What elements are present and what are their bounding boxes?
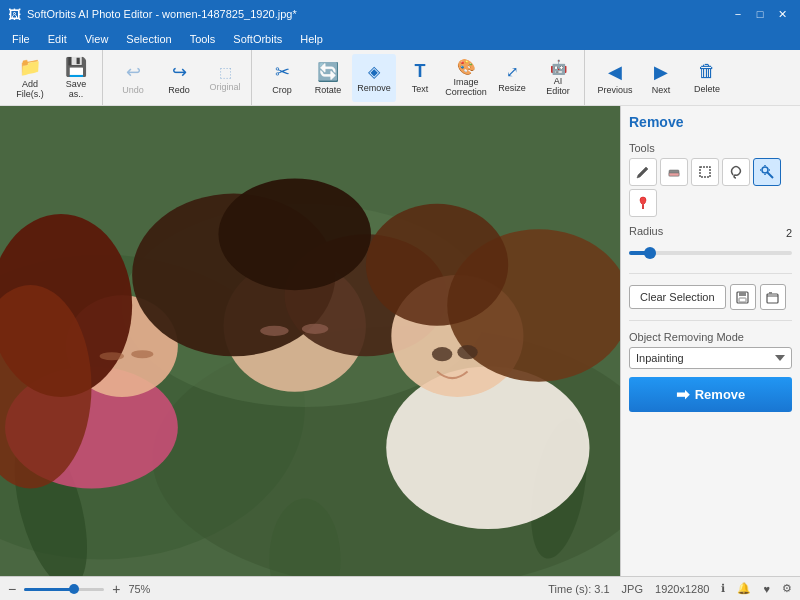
zoom-slider-container[interactable] <box>24 584 104 594</box>
maximize-button[interactable]: □ <box>750 4 770 24</box>
toolbar-group-history: ↩ Undo ↪ Redo ⬚ Original <box>107 50 252 105</box>
resize-icon: ⤢ <box>506 63 519 81</box>
add-files-button[interactable]: 📁 AddFile(s.) <box>8 54 52 102</box>
menu-help[interactable]: Help <box>292 31 331 47</box>
radius-section: Radius 2 <box>629 225 792 263</box>
info-icon[interactable]: ℹ <box>721 582 725 595</box>
rotate-button[interactable]: 🔄 Rotate <box>306 54 350 102</box>
eraser-icon <box>667 165 681 179</box>
status-left: − + 75% <box>8 581 150 597</box>
radius-value: 2 <box>786 227 792 239</box>
undo-icon: ↩ <box>126 61 141 83</box>
previous-button[interactable]: ◀ Previous <box>593 54 637 102</box>
menu-edit[interactable]: Edit <box>40 31 75 47</box>
text-button[interactable]: T Text <box>398 54 442 102</box>
menu-view[interactable]: View <box>77 31 117 47</box>
svg-rect-37 <box>739 298 746 302</box>
magic-wand-icon <box>760 165 774 179</box>
svg-point-12 <box>131 350 153 358</box>
load-selection-icon <box>766 291 779 304</box>
mode-dropdown[interactable]: Inpainting Smart Fill Clone Stamp <box>629 347 792 369</box>
save-selection-icon <box>736 291 749 304</box>
text-icon: T <box>415 61 426 82</box>
eraser-tool-button[interactable] <box>660 158 688 186</box>
svg-point-17 <box>260 326 288 336</box>
remove-action-button[interactable]: ➡ Remove <box>629 377 792 412</box>
undo-button[interactable]: ↩ Undo <box>111 54 155 102</box>
image-correction-button[interactable]: 🎨 ImageCorrection <box>444 54 488 102</box>
toolbar-group-navigate: ◀ Previous ▶ Next 🗑 Delete <box>589 50 733 105</box>
save-as-icon: 💾 <box>65 56 87 78</box>
slider-track <box>629 251 792 255</box>
next-button[interactable]: ▶ Next <box>639 54 683 102</box>
previous-icon: ◀ <box>608 61 622 83</box>
svg-point-16 <box>219 178 371 290</box>
resize-label: Resize <box>498 83 526 93</box>
zoom-out-button[interactable]: − <box>8 581 16 597</box>
zoom-in-button[interactable]: + <box>112 581 120 597</box>
next-label: Next <box>652 85 671 95</box>
radius-slider-container[interactable] <box>629 243 792 263</box>
delete-label: Delete <box>694 84 720 94</box>
svg-point-24 <box>457 345 477 359</box>
original-button[interactable]: ⬚ Original <box>203 54 247 102</box>
minimize-button[interactable]: − <box>728 4 748 24</box>
notification-icon[interactable]: 🔔 <box>737 582 751 595</box>
redo-button[interactable]: ↪ Redo <box>157 54 201 102</box>
crop-button[interactable]: ✂ Crop <box>260 54 304 102</box>
app-icon: 🖼 <box>8 7 21 22</box>
remove-button[interactable]: ◈ Remove <box>352 54 396 102</box>
menu-file[interactable]: File <box>4 31 38 47</box>
previous-label: Previous <box>597 85 632 95</box>
object-removing-mode-label: Object Removing Mode <box>629 331 792 343</box>
rect-select-tool-button[interactable] <box>691 158 719 186</box>
lasso-tool-button[interactable] <box>722 158 750 186</box>
clear-selection-button[interactable]: Clear Selection <box>629 285 726 309</box>
svg-point-19 <box>386 366 589 529</box>
time-info: Time (s): 3.1 <box>548 583 609 595</box>
save-as-button[interactable]: 💾 Saveas.. <box>54 54 98 102</box>
redo-label: Redo <box>168 85 190 95</box>
crop-label: Crop <box>272 85 292 95</box>
window-title: SoftOrbits AI Photo Editor - women-14878… <box>27 8 297 20</box>
dimensions-info: 1920x1280 <box>655 583 709 595</box>
resize-button[interactable]: ⤢ Resize <box>490 54 534 102</box>
ai-editor-button[interactable]: 🤖 AIEditor <box>536 54 580 102</box>
tools-section: Tools <box>629 142 792 217</box>
rotate-label: Rotate <box>315 85 342 95</box>
save-selection-button[interactable] <box>730 284 756 310</box>
save-as-label: Saveas.. <box>66 80 87 100</box>
divider-1 <box>629 273 792 274</box>
menu-bar: File Edit View Selection Tools SoftOrbit… <box>0 28 800 50</box>
svg-point-29 <box>762 167 768 173</box>
redo-icon: ↪ <box>172 61 187 83</box>
menu-selection[interactable]: Selection <box>118 31 179 47</box>
svg-point-22 <box>366 204 508 326</box>
load-selection-button[interactable] <box>760 284 786 310</box>
close-button[interactable]: ✕ <box>772 4 792 24</box>
zoom-value: 75% <box>128 583 150 595</box>
svg-point-18 <box>302 324 328 334</box>
settings-icon[interactable]: ⚙ <box>782 582 792 595</box>
remove-icon: ◈ <box>368 62 380 81</box>
heart-icon[interactable]: ♥ <box>763 583 770 595</box>
crop-icon: ✂ <box>275 61 290 83</box>
slider-thumb[interactable] <box>644 247 656 259</box>
ai-editor-icon: 🤖 <box>550 59 567 75</box>
delete-button[interactable]: 🗑 Delete <box>685 54 729 102</box>
image-correction-icon: 🎨 <box>457 58 476 76</box>
menu-tools[interactable]: Tools <box>182 31 224 47</box>
toolbar: 📁 AddFile(s.) 💾 Saveas.. ↩ Undo ↪ Redo ⬚… <box>0 50 800 106</box>
magic-wand-tool-button[interactable] <box>753 158 781 186</box>
svg-rect-27 <box>700 167 710 177</box>
mode-section: Object Removing Mode Inpainting Smart Fi… <box>629 331 792 369</box>
pencil-tool-button[interactable] <box>629 158 657 186</box>
canvas-area[interactable] <box>0 106 620 576</box>
tools-row <box>629 158 792 217</box>
pin-tool-button[interactable] <box>629 189 657 217</box>
zoom-slider-track[interactable] <box>24 584 104 594</box>
svg-rect-40 <box>24 588 74 591</box>
menu-softorbits[interactable]: SoftOrbits <box>225 31 290 47</box>
next-icon: ▶ <box>654 61 668 83</box>
status-bar: − + 75% Time (s): 3.1 JPG 1920x1280 ℹ 🔔 … <box>0 576 800 600</box>
